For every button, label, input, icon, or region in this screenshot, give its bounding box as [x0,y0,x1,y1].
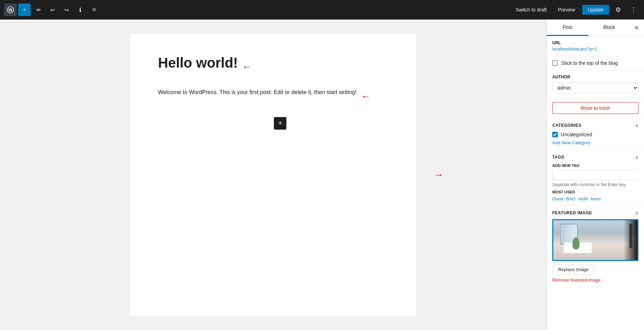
featured-image-section: Featured image ∧ Replace Image [547,206,644,287]
close-icon: ✕ [634,24,639,32]
body-arrow-icon: ← [361,92,370,101]
svg-text:W: W [8,8,13,13]
trash-section: Move to trash [547,98,644,118]
add-block-button[interactable]: + [274,117,286,130]
more-options-button[interactable]: ⋮ [627,3,640,16]
add-block-toolbar-button[interactable]: + [18,3,31,16]
tags-title: Tags [552,155,564,160]
featured-image-container[interactable] [552,219,638,261]
url-label: URL [552,40,638,45]
replace-image-button[interactable]: Replace Image [552,264,594,275]
sidebar-arrow-icon: → [434,169,443,181]
redo-button[interactable]: ↪ [60,3,73,16]
featured-image-title: Featured image [552,210,592,215]
main-layout: Hello world! ← Welcome to WordPress. Thi… [0,20,644,330]
add-new-category-link[interactable]: Add New Category [552,140,590,145]
stick-to-top-checkbox[interactable] [552,60,558,66]
author-select[interactable]: admin [552,82,638,93]
panel-tabs: Post Block ✕ [547,20,644,36]
author-label: AUTHOR [552,75,638,79]
room-plant [572,237,579,250]
wp-logo-icon: W [7,6,14,13]
panel-close-button[interactable]: ✕ [630,22,643,34]
move-to-trash-button[interactable]: Move to trash [552,102,638,114]
tag-input[interactable] [552,170,638,180]
curtain-line-1 [560,224,561,245]
tag-links: Good BAD cloth team [552,196,638,201]
plus-icon: + [23,7,26,13]
settings-button[interactable]: ⚙ [612,3,624,16]
preview-button[interactable]: Preview [554,5,579,15]
uncategorized-label: Uncategorized [561,132,592,137]
tag-hint: Separate with commas or the Enter key. [552,182,638,187]
author-section: AUTHOR admin [547,70,644,98]
settings-icon: ⚙ [615,6,621,14]
tags-header: Tags ∧ [552,154,638,160]
editor-content: Hello world! ← Welcome to WordPress. Thi… [130,33,416,316]
post-body[interactable]: Welcome to WordPress. This is your first… [158,88,357,97]
category-item: Uncategorized [552,132,638,137]
stick-to-top-row: Stick to the top of the blog [547,56,644,70]
list-view-icon: ≡ [92,7,96,13]
add-block-icon: + [278,119,282,127]
info-button[interactable]: ℹ [74,3,87,16]
tag-link-bad[interactable]: BAD [566,196,576,201]
stick-to-top-label: Stick to the top of the blog [561,60,618,66]
switch-to-draft-button[interactable]: Switch to draft [511,5,551,15]
categories-section: Categories ∧ Uncategorized Add New Categ… [547,118,644,150]
more-icon: ⋮ [630,6,637,14]
categories-header: Categories ∧ [552,123,638,128]
remove-featured-image-link[interactable]: Remove featured image [552,277,638,283]
body-row: Welcome to WordPress. This is your first… [158,88,388,105]
redo-icon: ↪ [64,7,69,13]
edit-button[interactable]: ✏ [32,3,45,16]
tags-chevron-icon[interactable]: ∧ [635,154,638,160]
categories-title: Categories [552,123,581,128]
categories-chevron-icon[interactable]: ∧ [635,123,638,128]
post-title[interactable]: Hello world! [158,54,238,71]
featured-image-header: Featured image ∧ [552,210,638,216]
tag-link-team[interactable]: team [591,196,601,201]
featured-image-chevron-icon[interactable]: ∧ [635,210,638,216]
info-icon: ℹ [79,7,81,13]
tab-block[interactable]: Block [589,20,630,36]
undo-icon: ↩ [50,7,55,13]
toolbar-right: Switch to draft Preview Update ⚙ ⋮ [511,3,640,16]
update-button[interactable]: Update [582,5,609,15]
dark-side [623,220,637,260]
list-view-button[interactable]: ≡ [88,3,100,16]
url-value[interactable]: localhost/hotel-pro/?p=1 [552,47,638,52]
add-block-row: + [158,114,388,133]
sidebar-panel: Post Block ✕ URL localhost/hotel-pro/?p=… [546,20,644,330]
most-used-label: MOST USED [552,190,638,194]
tag-link-good[interactable]: Good [552,196,563,201]
tags-section: Tags ∧ ADD NEW TAG Separate with commas … [547,150,644,206]
toolbar-left: W + ✏ ↩ ↪ ℹ ≡ [4,3,510,16]
toolbar: W + ✏ ↩ ↪ ℹ ≡ Switch to draft Preview Up… [0,0,644,20]
editor-area: Hello world! ← Welcome to WordPress. Thi… [0,20,546,330]
add-new-tag-label: ADD NEW TAG [552,163,638,168]
curtain-line-2 [563,224,564,245]
featured-image [553,220,637,260]
url-section: URL localhost/hotel-pro/?p=1 [547,36,644,56]
wp-logo-button[interactable]: W [4,3,17,16]
title-row: Hello world! ← [158,54,388,79]
edit-icon: ✏ [36,7,41,13]
tab-post[interactable]: Post [547,20,589,36]
title-arrow-icon: ← [242,62,252,72]
uncategorized-checkbox[interactable] [552,132,558,137]
undo-button[interactable]: ↩ [46,3,59,16]
tag-link-cloth[interactable]: cloth [578,196,588,201]
